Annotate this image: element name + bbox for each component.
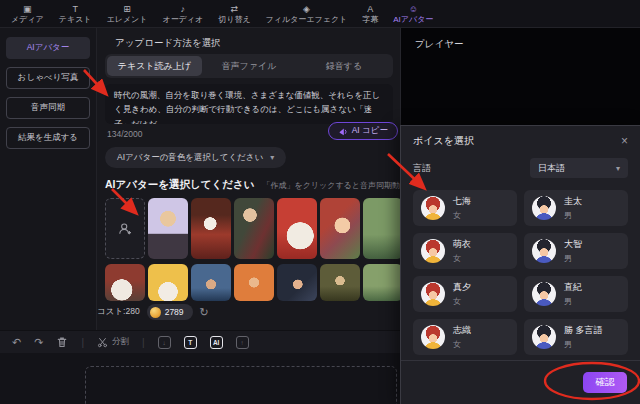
- voice-gender: 女: [453, 210, 471, 221]
- ai-avatar-icon: ☺: [409, 4, 418, 14]
- delete-icon[interactable]: [56, 336, 68, 348]
- language-row: 言語 日本語 ▾: [401, 153, 640, 180]
- avatar-tile-avatar-partial-2[interactable]: [363, 264, 403, 301]
- close-icon[interactable]: ×: [621, 135, 628, 147]
- toolbar-tab-label: エレメント: [107, 15, 148, 24]
- script-text-input[interactable]: 時代の風潮、自分を取り巻く環境、さまざまな価値観、それらを正しく見きわめ、自分の…: [105, 84, 393, 124]
- top-toolbar: ▣メディアTテキスト⊞エレメント♪オーディオ⇄切り替え◈フィルターエフェクトA字…: [0, 0, 640, 28]
- toolbar-tab-audio[interactable]: ♪オーディオ: [158, 0, 207, 28]
- avatar-tile-santa-closeup[interactable]: [277, 198, 317, 259]
- voice-card-2[interactable]: 萌衣女: [413, 233, 517, 269]
- voice-tone-selector[interactable]: AIアバターの音色を選択してください ▾: [105, 147, 286, 168]
- undo-icon[interactable]: ↶: [12, 337, 21, 348]
- voice-meta: 志織女: [453, 324, 471, 350]
- avatar-tile-person-orange-bg[interactable]: [234, 264, 274, 301]
- upload-tab-record[interactable]: 録音する: [296, 56, 391, 76]
- upload-method-title: アップロード方法を選択: [115, 37, 221, 50]
- toolbar-tab-filter-effects[interactable]: ◈フィルターエフェクト: [262, 0, 352, 28]
- voice-name: 圭太: [564, 195, 582, 208]
- player-title: プレイヤー: [415, 38, 463, 51]
- avatar-tile-man-red-sweater-tree[interactable]: [234, 198, 274, 259]
- avatar-grid-row-2: [105, 264, 403, 301]
- character-counter: 134/2000: [107, 129, 142, 139]
- avatar-tile-woman-dark-bg[interactable]: [277, 264, 317, 301]
- credit-count: 2789: [165, 307, 184, 317]
- upload-method-tabs: テキスト読み上げ音声ファイル録音する: [105, 54, 393, 78]
- voice-name: 大智: [564, 238, 582, 251]
- toolbar-tab-label: 切り替え: [218, 15, 250, 24]
- add-text-icon[interactable]: T: [184, 336, 197, 349]
- toolbar-tab-elements[interactable]: ⊞エレメント: [103, 0, 152, 28]
- voice-tone-label: AIアバターの音色を選択してください: [117, 152, 263, 164]
- subtitles-icon: A: [367, 4, 373, 14]
- toolbar-tab-text[interactable]: Tテキスト: [55, 0, 96, 28]
- toolbar-tab-ai-avatar[interactable]: ☺AIアバター: [389, 0, 437, 28]
- avatar-tile-santa-yellow-bg[interactable]: [148, 264, 188, 301]
- audio-icon: ♪: [181, 4, 186, 14]
- toolbar-divider: |: [81, 337, 84, 348]
- ai-avatar-panel: アップロード方法を選択 テキスト読み上げ音声ファイル録音する 時代の風潮、自分を…: [97, 28, 400, 330]
- toolbar-divider: |: [142, 337, 145, 348]
- female-voice-avatar-icon: [421, 282, 445, 306]
- voice-card-1[interactable]: 圭太男: [524, 190, 628, 226]
- split-label: 分割: [112, 336, 129, 348]
- female-voice-avatar-icon: [421, 239, 445, 263]
- voice-meta: 直紀男: [564, 281, 582, 307]
- toolbar-tab-subtitles[interactable]: A字幕: [358, 0, 382, 28]
- female-voice-avatar-icon: [421, 325, 445, 349]
- toolbar-tab-label: テキスト: [59, 15, 92, 24]
- scissors-icon: [97, 337, 108, 348]
- language-select[interactable]: 日本語 ▾: [530, 158, 628, 178]
- toolbar-tab-label: メディア: [11, 15, 44, 24]
- toolbar-tab-transition[interactable]: ⇄切り替え: [214, 0, 254, 28]
- export-icon[interactable]: ↑: [236, 336, 249, 349]
- toolbar-tab-media[interactable]: ▣メディア: [7, 0, 48, 28]
- sidebar-item-generate-result[interactable]: 結果を生成する: [6, 127, 90, 149]
- redo-icon[interactable]: ↷: [34, 337, 43, 348]
- voice-meta: 勝 多言語男: [564, 324, 603, 350]
- voice-name: 七海: [453, 195, 471, 208]
- voice-gender: 男: [564, 296, 582, 307]
- media-drop-icon[interactable]: ↓: [158, 336, 171, 349]
- avatar-tile-news-anchor-woman[interactable]: [191, 264, 231, 301]
- split-button[interactable]: 分割: [97, 336, 129, 348]
- language-value: 日本語: [538, 162, 565, 175]
- confirm-button[interactable]: 確認: [583, 372, 627, 393]
- avatar-tile-mona-lisa[interactable]: [320, 264, 360, 301]
- voice-card-3[interactable]: 大智男: [524, 233, 628, 269]
- voice-card-6[interactable]: 志織女: [413, 319, 517, 355]
- avatar-tile-santa-grey-beard[interactable]: [105, 264, 145, 301]
- ai-tool-icon[interactable]: AI: [210, 336, 223, 349]
- sidebar-item-talking-photo[interactable]: おしゃべり写真: [6, 67, 90, 89]
- sidebar-item-ai-avatar[interactable]: AIアバター: [6, 37, 90, 59]
- text-icon: T: [72, 4, 78, 14]
- voice-card-4[interactable]: 真夕女: [413, 276, 517, 312]
- male-voice-avatar-icon: [532, 282, 556, 306]
- voice-meta: 萌衣女: [453, 238, 471, 264]
- avatar-tile-avatar-partial[interactable]: [363, 198, 403, 259]
- add-avatar-tile[interactable]: [105, 198, 145, 259]
- sidebar-item-lip-sync[interactable]: 音声同期: [6, 97, 90, 119]
- voice-name: 勝 多言語: [564, 324, 603, 337]
- media-dropzone[interactable]: [85, 366, 397, 404]
- voice-card-5[interactable]: 直紀男: [524, 276, 628, 312]
- voice-gender: 男: [564, 210, 582, 221]
- timeline-toolbar: ↶ ↷ | 分割 | ↓ T AI ↑: [0, 330, 400, 353]
- upload-tab-text-to-speech[interactable]: テキスト読み上げ: [107, 56, 202, 76]
- left-sidebar: AIアバターおしゃべり写真音声同期結果を生成する: [0, 28, 97, 330]
- timeline-track-area[interactable]: [0, 353, 400, 404]
- toolbar-tab-label: 字幕: [362, 15, 378, 24]
- credits-pill[interactable]: 2789: [147, 304, 193, 320]
- refresh-icon[interactable]: ↻: [200, 306, 209, 319]
- avatar-tile-santa-fireplace[interactable]: [191, 198, 231, 259]
- avatar-tile-historical-man-portrait[interactable]: [148, 198, 188, 259]
- voice-card-0[interactable]: 七海女: [413, 190, 517, 226]
- upload-tab-audio-file[interactable]: 音声ファイル: [202, 56, 297, 76]
- ai-copy-button[interactable]: AI コピー: [328, 122, 398, 140]
- voice-card-7[interactable]: 勝 多言語男: [524, 319, 628, 355]
- toolbar-tab-label: フィルターエフェクト: [266, 15, 348, 24]
- voice-gender: 男: [564, 253, 582, 264]
- chevron-down-icon: ▾: [270, 153, 274, 162]
- avatar-tile-elf-girl[interactable]: [320, 198, 360, 259]
- cost-label: コスト:280: [97, 306, 140, 318]
